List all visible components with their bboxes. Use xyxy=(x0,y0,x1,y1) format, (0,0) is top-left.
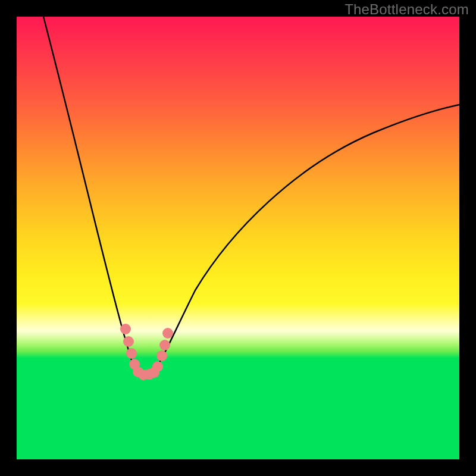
marker-dot xyxy=(162,328,173,339)
marker-dot xyxy=(126,348,137,359)
marker-dot xyxy=(156,350,167,361)
marker-dot xyxy=(123,336,134,347)
watermark-text: TheBottleneck.com xyxy=(345,1,469,18)
salmon-marker-group xyxy=(120,324,173,380)
marker-dot xyxy=(159,340,170,350)
marker-dot xyxy=(120,324,131,334)
left-curve xyxy=(43,17,139,374)
curve-overlay xyxy=(17,17,459,459)
marker-dot xyxy=(152,361,163,372)
right-curve xyxy=(151,105,459,374)
